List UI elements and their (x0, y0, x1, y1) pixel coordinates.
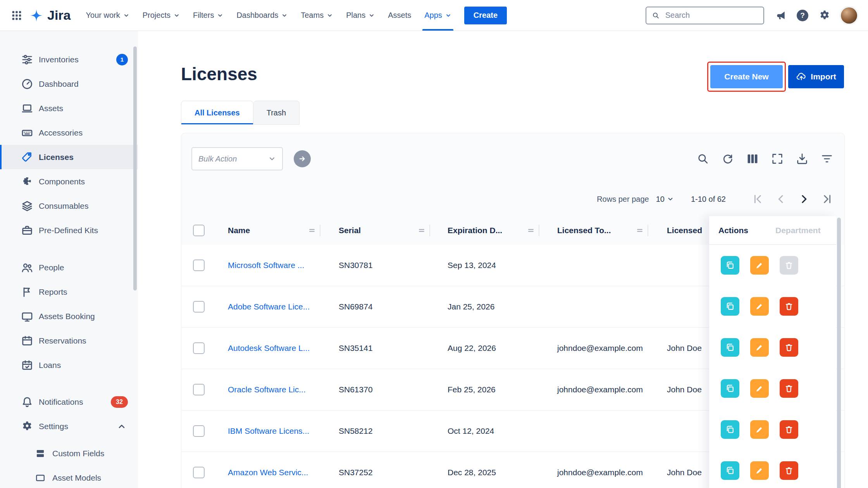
column-drag-handle[interactable] (527, 227, 535, 234)
delete-button[interactable] (780, 420, 798, 439)
column-drag-handle[interactable] (636, 227, 644, 234)
edit-button[interactable] (750, 338, 769, 357)
sidebar-item-notifications[interactable]: Notifications 32 (0, 390, 138, 414)
clone-button[interactable] (721, 338, 739, 357)
sidebar-item-pre-defined-kits[interactable]: Pre-Defined Kits (0, 218, 138, 242)
select-all-checkbox[interactable] (193, 225, 205, 236)
nav-item-teams[interactable]: Teams (294, 0, 339, 31)
sidebar-item-asset-models[interactable]: Asset Models (0, 466, 138, 488)
row-checkbox[interactable] (193, 259, 205, 271)
import-button[interactable]: Import (788, 65, 844, 88)
row-checkbox[interactable] (193, 384, 205, 395)
license-name-link[interactable]: Oracle Software Lic... (228, 369, 306, 410)
bell-icon (21, 396, 33, 408)
rows-per-page-select[interactable]: 10 (656, 195, 674, 204)
actions-row (709, 368, 836, 409)
sidebar-scrollbar[interactable] (133, 46, 137, 290)
sidebar-item-consumables[interactable]: Consumables (0, 194, 138, 218)
sidebar-item-accessories[interactable]: Accessories (0, 120, 138, 145)
sidebar-item-loans[interactable]: Loans (0, 353, 138, 377)
edit-button[interactable] (750, 379, 769, 398)
row-checkbox[interactable] (193, 467, 205, 478)
table-scrollbar[interactable] (837, 218, 841, 488)
row-checkbox[interactable] (193, 425, 205, 437)
delete-button[interactable] (780, 379, 798, 398)
search-input[interactable] (665, 10, 758, 20)
delete-button[interactable] (780, 297, 798, 316)
columns-icon[interactable] (746, 152, 759, 165)
app-switcher-icon[interactable] (9, 7, 25, 24)
row-checkbox[interactable] (193, 342, 205, 354)
megaphone-icon[interactable] (775, 10, 787, 21)
column-drag-handle[interactable] (308, 227, 316, 234)
avatar[interactable] (841, 7, 857, 24)
column-drag-handle[interactable] (418, 227, 425, 234)
create-button[interactable]: Create (464, 7, 507, 24)
license-name-link[interactable]: IBM Software Licens... (228, 411, 309, 452)
row-checkbox[interactable] (193, 301, 205, 313)
nav-item-projects[interactable]: Projects (136, 0, 186, 31)
nav-item-filters[interactable]: Filters (186, 0, 230, 31)
sidebar-item-reports[interactable]: Reports (0, 280, 138, 304)
nav-item-your-work[interactable]: Your work (79, 0, 136, 31)
edit-button[interactable] (750, 256, 769, 275)
sidebar-item-people[interactable]: People (0, 255, 138, 280)
fullscreen-icon[interactable] (771, 152, 784, 165)
edit-button[interactable] (750, 461, 769, 480)
global-search[interactable] (646, 7, 764, 24)
sidebar-item-settings[interactable]: Settings (0, 414, 138, 438)
license-name-link[interactable]: Amazon Web Servic... (228, 452, 308, 488)
clone-button[interactable] (721, 461, 739, 480)
delete-button[interactable] (780, 338, 798, 357)
delete-button[interactable] (780, 461, 798, 480)
sidebar-item-components[interactable]: Components (0, 169, 138, 194)
clone-button[interactable] (721, 420, 739, 439)
clone-button[interactable] (721, 297, 739, 316)
gear-icon[interactable] (818, 9, 831, 22)
sidebar-item-licenses[interactable]: Licenses (0, 145, 138, 169)
serial-cell: SN35141 (339, 328, 373, 369)
help-icon[interactable]: ? (797, 10, 808, 21)
column-header-serial[interactable]: Serial (339, 216, 361, 245)
sidebar-item-assets-booking[interactable]: Assets Booking (0, 304, 138, 328)
sidebar-item-dashboard[interactable]: Dashboard (0, 72, 138, 96)
nav-item-assets[interactable]: Assets (381, 0, 418, 31)
license-name-link[interactable]: Autodesk Software L... (228, 328, 310, 369)
license-name-link[interactable]: Microsoft Software ... (228, 245, 304, 286)
previous-page-icon[interactable] (775, 192, 788, 206)
tab-trash[interactable]: Trash (253, 101, 300, 125)
refresh-icon[interactable] (721, 152, 734, 165)
download-icon[interactable] (796, 152, 809, 165)
edit-button[interactable] (750, 297, 769, 316)
licenses-table-card: Bulk Action (181, 133, 845, 488)
bulk-action-select[interactable]: Bulk Action (191, 147, 283, 170)
last-page-icon[interactable] (821, 192, 834, 206)
clone-button[interactable] (721, 379, 739, 398)
chevron-down-icon (327, 12, 333, 19)
first-page-icon[interactable] (751, 192, 765, 206)
sidebar-item-assets[interactable]: Assets (0, 96, 138, 120)
nav-item-plans[interactable]: Plans (339, 0, 381, 31)
column-header-licensed-to[interactable]: Licensed To... (557, 216, 611, 245)
search-icon[interactable] (696, 152, 710, 165)
nav-item-dashboards[interactable]: Dashboards (230, 0, 294, 31)
sidebar-item-inventories[interactable]: Inventories 1 (0, 47, 138, 72)
filter-icon[interactable] (820, 152, 834, 165)
license-name-link[interactable]: Adobe Software Lice... (228, 286, 310, 327)
layers-icon (21, 200, 33, 212)
jira-logo[interactable]: Jira (29, 8, 71, 23)
sidebar-item-label: Settings (39, 422, 68, 431)
edit-button[interactable] (750, 420, 769, 439)
tab-all-licenses[interactable]: All Licenses (181, 101, 253, 125)
next-page-icon[interactable] (798, 192, 811, 206)
sidebar-item-reservations[interactable]: Reservations (0, 328, 138, 353)
nav-item-apps[interactable]: Apps (418, 0, 458, 31)
sidebar-item-custom-fields[interactable]: Custom Fields (0, 441, 138, 466)
clone-button[interactable] (721, 256, 739, 275)
column-header-expiration[interactable]: Expiration D... (448, 216, 502, 245)
delete-button-disabled[interactable] (780, 256, 798, 275)
column-header-name[interactable]: Name (228, 216, 250, 245)
create-new-button[interactable]: Create New (710, 65, 783, 88)
bulk-action-submit-button[interactable] (294, 150, 311, 167)
column-header-licensed[interactable]: Licensed (667, 216, 702, 245)
